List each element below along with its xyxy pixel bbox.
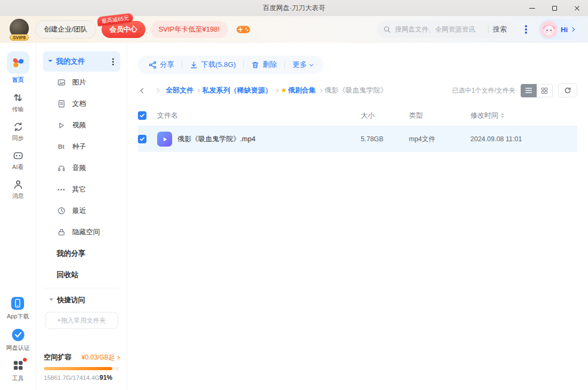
storage-price-label: ¥0.03/GB起 [81,353,115,362]
maximize-button[interactable] [543,0,566,16]
file-row[interactable]: 俄影《吸血鬼学院》.mp4 5.78GB mp4文件 2024.09.08 11… [138,126,577,152]
select-all-checkbox[interactable] [138,111,146,120]
file-name[interactable]: 俄影《吸血鬼学院》.mp4 [177,134,256,144]
close-button[interactable] [566,0,588,16]
rail-label: 同步 [12,134,24,142]
sidebar-item-torrents[interactable]: Bt 种子 [43,136,120,157]
list-view-icon [525,87,532,94]
app-download-icon [11,296,25,310]
sidebar-item-hidden-space[interactable]: 隐藏空间 [43,221,120,243]
sidebar-item-documents[interactable]: 文档 [43,93,120,114]
sort-icon[interactable] [501,113,504,118]
breadcrumb: 全部文件 私发系列（稀缺资源） ★俄剧合集 俄影《吸血鬼学院》 [166,86,387,95]
rail-label: AI看 [12,163,24,171]
greeting-label: Hi [561,26,568,34]
category-label: 最近 [72,206,86,216]
sidebar-item-recycle-bin[interactable]: 回收站 [43,264,120,286]
refresh-button[interactable] [558,83,577,97]
share-button[interactable]: 分享 [149,60,174,70]
storage-percent: 91% [99,374,112,381]
user-account-button[interactable]: Hi [539,19,581,40]
breadcrumb-folder[interactable]: 私发系列（稀缺资源） [203,86,272,95]
user-avatar [540,21,558,38]
rail-item-sync[interactable]: 同步 [12,121,24,142]
rail-label: App下载 [7,312,29,320]
breadcrumb-folder-starred[interactable]: ★俄剧合集 [281,86,316,95]
sidebar-item-recent[interactable]: 最近 [43,200,120,221]
trash-icon [251,61,259,69]
rail-item-messages[interactable]: 消息 [12,179,24,200]
share-icon [149,61,157,69]
rail-item-certification[interactable]: 网盘认证 [6,328,30,352]
rail-item-tools[interactable]: 工具 [12,360,24,383]
sidebar-item-audio[interactable]: 音频 [43,157,120,179]
column-header-name[interactable]: 文件名 [157,111,361,120]
row-checkbox[interactable] [138,135,146,143]
list-view-button[interactable] [521,84,537,97]
refresh-icon [564,87,571,94]
category-label: 其它 [72,185,86,194]
create-team-button[interactable]: 创建企业/团队 [35,20,96,39]
path-bar: 全部文件 私发系列（稀缺资源） ★俄剧合集 俄影《吸血鬼学院》 已选中1个文件/… [138,82,577,98]
svip-promo-button[interactable]: SVIP年卡低至¥198! [151,21,228,38]
home-logo-icon [7,51,29,74]
video-file-icon [157,132,172,147]
minimize-button[interactable] [521,0,543,16]
column-header-size[interactable]: 大小 [361,111,409,120]
caret-down-icon [48,60,52,64]
bt-icon: Bt [57,143,66,150]
chevron-right-icon [116,355,120,359]
tools-grid-icon [12,360,24,372]
sidebar-item-others[interactable]: 其它 [43,179,120,200]
storage-expand-label: 空间扩容 [44,353,72,362]
rail-item-transfer[interactable]: 传输 [12,92,24,113]
grid-view-button[interactable] [537,84,553,97]
sidebar-item-my-shares[interactable]: 我的分享 [43,243,120,264]
my-files-menu-icon[interactable] [112,61,114,63]
search-bar: 搜索 [377,21,513,38]
breadcrumb-separator [197,89,199,92]
search-input[interactable] [395,26,484,33]
transfer-icon [12,92,24,103]
chevron-right-icon [570,27,575,32]
column-header-type[interactable]: 类型 [409,111,470,120]
rail-item-home[interactable]: 首页 [7,51,29,84]
my-files-label: 我的文件 [56,57,112,66]
more-label: 更多 [292,60,307,70]
drop-folder-zone[interactable]: +拖入常用文件夹 [45,312,118,329]
sidebar-item-quick-access[interactable]: 快捷访问 [43,290,120,310]
back-button[interactable] [138,86,148,95]
user-logo[interactable]: SVIP8 [9,19,30,40]
download-button[interactable]: 下载(5.8G) [190,60,236,70]
storage-expand-button[interactable]: 空间扩容 ¥0.03/GB起 [44,353,119,362]
more-button[interactable]: 更多 [292,60,313,70]
sidebar-item-videos[interactable]: 视频 [43,114,120,136]
sidebar-item-pictures[interactable]: 图片 [43,72,120,93]
breadcrumb-separator [319,89,322,92]
window-title: 百度网盘·刀刀大表哥 [0,4,588,13]
rail-item-ai-view[interactable]: AI看 [12,150,24,171]
delete-button[interactable]: 删除 [251,60,277,70]
rail-bottom: App下载 网盘认证 工具 [6,296,30,383]
game-controller-icon[interactable] [236,25,250,34]
breadcrumb-all-files[interactable]: 全部文件 [166,86,194,95]
certification-icon [11,328,25,342]
action-toolbar: 分享 下载(5.8G) 删除 更多 [138,56,323,74]
column-header-modified[interactable]: 修改时间 [470,111,577,120]
storage-price: ¥0.03/GB起 [81,353,119,362]
app-window: 百度网盘·刀刀大表哥 SVIP8 创建企业/团队 会员中心 最高减65元 SVI… [0,0,588,390]
notification-dot [23,358,27,362]
rail-item-app-download[interactable]: App下载 [7,296,29,320]
sync-icon [13,121,24,132]
rail-label: 网盘认证 [6,344,30,352]
star-icon: ★ [281,86,287,94]
forward-button[interactable] [152,86,161,95]
minimize-icon [529,8,535,9]
sidebar-item-my-files[interactable]: 我的文件 [43,51,120,72]
search-button[interactable]: 搜索 [493,25,507,34]
chevron-down-icon [310,62,313,66]
category-label: 视频 [72,120,86,130]
pictures-icon [57,78,66,87]
selection-info: 已选中1个文件/文件夹 [452,86,515,95]
more-menu-icon[interactable] [525,28,527,30]
